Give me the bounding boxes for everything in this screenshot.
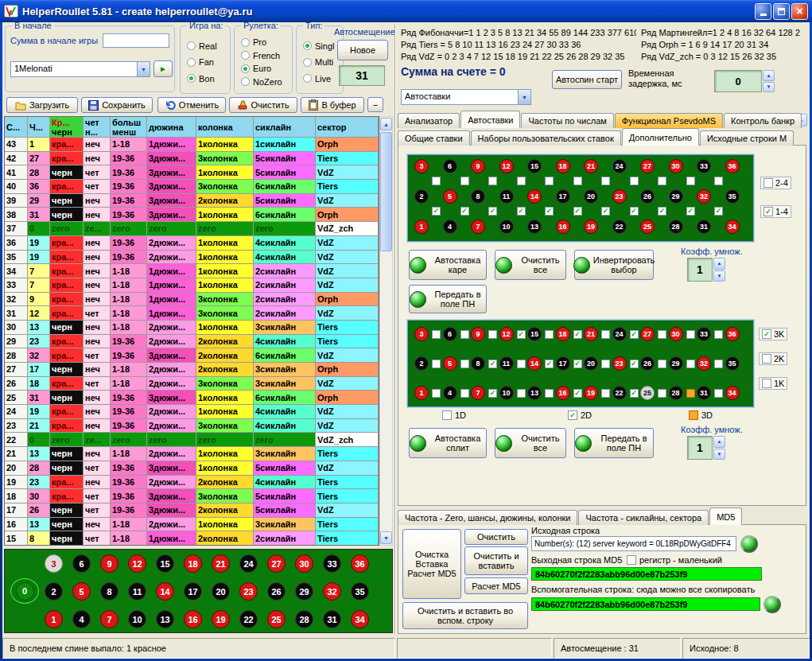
board-number-26[interactable]: 26 [267,582,286,601]
tab-1[interactable]: Наборы пользовательских ставок [471,130,621,146]
grid-number-21[interactable]: 21 [584,159,598,173]
grid-number-32[interactable]: 32 [697,356,711,371]
grid-number-4[interactable]: 4 [443,386,457,400]
checkbox-1d[interactable]: 1D [442,410,466,420]
grid-number-9[interactable]: 9 [471,159,485,173]
board-number-15[interactable]: 15 [156,554,174,573]
checkbox-1k[interactable]: 1K [759,377,787,390]
grid-number-21[interactable]: 21 [584,327,598,341]
grid-number-8[interactable]: 8 [471,356,485,371]
spin-down-icon[interactable]: ▼ [713,449,725,461]
grid-number-19[interactable]: 19 [584,386,598,400]
grid-checkbox[interactable]: ✓ [488,389,497,398]
grid-checkbox[interactable]: ✓ [573,207,582,216]
grid-number-7[interactable]: 7 [471,386,485,400]
undo-button[interactable]: Отменить [157,97,226,113]
clear-button[interactable]: Очистить [229,97,297,113]
md5-aux-field[interactable]: 84b60270f2f2283abb96d00e87b253f9 [531,597,760,611]
radio-option-real[interactable]: Real [187,41,228,51]
grid-checkbox[interactable]: ✓ [658,207,666,216]
board-number-1[interactable]: 1 [45,610,63,628]
title-bar[interactable]: HelperRoullet 5.81 - create helperroulle… [0,0,812,22]
grid-checkbox[interactable] [460,330,469,339]
grid-checkbox[interactable] [545,330,554,339]
tab-3[interactable]: Исходные строки М [700,130,794,146]
grid-checkbox[interactable] [488,330,497,339]
table-row[interactable]: 1613черннеч1-182дюжи...1колонка3сиклайнT… [5,518,379,532]
grid-checkbox[interactable] [601,330,610,339]
grid-number-14[interactable]: 14 [527,189,542,204]
grid-checkbox[interactable] [686,330,695,339]
md5-big-button[interactable]: Очистка Вставка Расчет MD5 [402,529,461,599]
grid-checkbox[interactable] [517,389,526,398]
table-row[interactable]: 370zeroze...zerozerozerozeroVdZ_zch [5,222,379,236]
zero-pocket[interactable]: 0 [10,578,39,604]
table-row[interactable]: 2113черннеч1-182дюжи...1колонка3сиклайнT… [5,447,379,461]
grid-checkbox[interactable]: ✓ [545,360,554,368]
table-row[interactable]: 2419кра...неч19-362дюжи...1колонка4сикла… [5,405,379,419]
grid-checkbox[interactable]: ✓ [432,207,441,216]
table-row[interactable]: 2618кра...чет1-182дюжи...3колонка3сиклай… [5,377,379,391]
minimize-button[interactable] [755,3,771,20]
md5-clear-paste-button[interactable]: Очистить и вставить [464,546,528,575]
radio-option-live[interactable]: Live [303,74,341,84]
table-row[interactable]: 220zeroze...zerozerozerozeroVdZ_zch [5,433,379,447]
tab-2[interactable]: Частоты по числам [521,113,613,128]
grid-number-23[interactable]: 23 [612,356,627,371]
grid-number-30[interactable]: 30 [669,327,683,341]
table-row[interactable]: 2321кра...неч19-362дюжи...3колонка4сикла… [5,419,379,434]
table-row[interactable]: 1923кра...неч19-362дюжи...2колонка4сикла… [5,476,379,490]
grid-checkbox[interactable] [545,389,554,398]
grid-number-36[interactable]: 36 [725,327,740,341]
grid-checkbox[interactable]: ✓ [517,207,526,216]
grid-checkbox[interactable]: ✓ [488,207,497,216]
grid-number-23[interactable]: 23 [612,189,627,204]
table-row[interactable]: 3519кра...неч19-362дюжи...1колонка4сикла… [5,251,379,265]
grid-number-24[interactable]: 24 [612,159,627,173]
spin-up-icon[interactable]: ▲ [713,436,725,448]
grid-number-3[interactable]: 3 [414,327,429,341]
grid-checkbox[interactable] [460,389,469,398]
grid-checkbox[interactable] [714,389,723,398]
table-row[interactable]: 3831черннеч19-363дюжи...1колонка6сиклайн… [5,208,379,222]
radio-option-pro[interactable]: Pro [241,37,290,47]
tab-3[interactable]: Функционал PsevdoMS [615,113,723,128]
spin-up-icon[interactable]: ▲ [713,258,725,270]
grid-number-17[interactable]: 17 [556,356,570,371]
tab-1[interactable]: Автоставки [460,111,520,128]
invert-selection-button[interactable]: Инвертировать выбор [574,250,654,280]
tab-4[interactable]: Контроль банкр [724,113,802,128]
scroll-down-icon[interactable]: ▼ [380,531,392,544]
autobet-kare-button[interactable]: Автоставка каре [409,250,487,280]
spin-up-icon[interactable]: ▲ [763,70,775,81]
board-number-19[interactable]: 19 [212,610,230,628]
md5-clear-paste-aux-button[interactable]: Очистить и вставить во вспом. строку [402,602,528,629]
close-button[interactable]: × [791,3,808,20]
table-row[interactable]: 4227кра...неч19-363дюжи...3колонка5сикла… [5,152,379,166]
grid-number-25[interactable]: 25 [640,220,655,234]
load-button[interactable]: Загрузить [6,97,78,113]
grid-number-26[interactable]: 26 [640,189,655,204]
grid-number-1[interactable]: 1 [414,220,429,234]
table-scrollbar[interactable]: ▲ ▼ [379,116,393,546]
spin-down-icon[interactable]: ▼ [713,270,725,282]
board-number-11[interactable]: 11 [128,582,146,601]
grid-checkbox[interactable] [686,360,695,368]
md5-source-input[interactable]: Number(s): (12) server keyword = 0L18RpD… [531,536,736,551]
grid-checkbox[interactable] [545,177,554,185]
grid-checkbox[interactable] [460,177,469,185]
maximize-button[interactable] [773,3,790,20]
grid-number-11[interactable]: 11 [499,189,514,204]
radio-option-fan[interactable]: Fan [187,57,228,67]
md5-calc-button[interactable]: Расчет MD5 [464,577,528,594]
table-row[interactable]: 2832кра...чет19-363дюжи...2колонка6сикла… [5,348,379,363]
grid-number-12[interactable]: 12 [499,327,514,341]
grid-number-17[interactable]: 17 [556,189,570,204]
board-number-12[interactable]: 12 [128,554,146,573]
grid-number-33[interactable]: 33 [697,327,711,341]
play-button[interactable]: ► [153,60,173,77]
grid-number-20[interactable]: 20 [584,189,598,204]
board-number-2[interactable]: 2 [45,582,63,601]
board-number-10[interactable]: 10 [128,610,146,628]
autobet-split-button[interactable]: Автоставка сплит [409,428,487,458]
